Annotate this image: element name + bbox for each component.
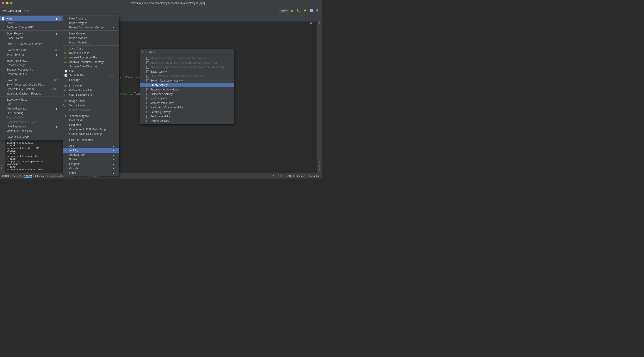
maximize-button[interactable] [10,2,12,4]
menu-project-structure[interactable]: Project Structure... ⌘; [0,48,62,52]
menu-sample-data-dir[interactable]: Sample Data Directory [63,64,119,69]
menu-export-html[interactable]: Export to HTML... [0,97,62,102]
menu-export-settings[interactable]: Export Settings... [0,63,62,67]
menu-android-auto[interactable]: Android Auto ▶ [63,153,119,157]
menu-kotlin-script[interactable]: Kotlin Script [63,118,119,123]
menu-line-separators[interactable]: Line Separators ▶ [0,124,62,129]
menu-editorconfig[interactable]: ⚙ .editorconfig file [63,114,119,118]
menu-export-zip-label: Export to Zip File... [6,72,30,76]
menu-cpp-source[interactable]: c+ C/C++ Source File [63,88,119,93]
label-scrolling: Scrolling Activity [150,110,170,114]
favorites-icon[interactable]: 2: Favorites [0,165,4,169]
gradle-panel-tab[interactable]: Gradle [319,20,320,24]
menu-image-asset[interactable]: 🖼 Image Asset [63,99,119,103]
minimize-button[interactable] [6,2,8,4]
menu-settings-activity[interactable]: Settings Activity [140,114,234,119]
menu-sync-fs[interactable]: Sync with File System ⌥⌘Y [0,87,62,91]
debug-button[interactable]: 🐛 [296,8,302,13]
close-button[interactable] [2,2,4,4]
event-log[interactable]: Event Log [309,175,320,177]
menu-google[interactable]: Google ▶ [63,166,119,171]
menu-gradle-kotlin-build[interactable]: Gradle Kotlin DSL Build Script [63,127,119,132]
menu-module-info: module-info.java [63,108,119,112]
menu-power-save[interactable]: Power Save Mode [0,135,62,139]
menu-gradle-kotlin-settings[interactable]: Gradle Kotlin DSL Settings [63,132,119,136]
menu-bottom-nav[interactable]: Bottom Navigation Activity [140,78,234,83]
menu-folder[interactable]: Folder ▶ [63,157,119,162]
label-import-module: Import Module... [69,36,90,40]
menu-add-favorites[interactable]: Add to Favorites ▶ [0,106,62,111]
menu-open[interactable]: Open... [0,21,62,25]
menu-project-vcs[interactable]: Project from Version Control ▶ [63,25,119,30]
menu-fullscreen[interactable]: Fullscreen Activity [140,92,234,96]
run-button[interactable]: ▶ [290,8,294,13]
menu-tabbed[interactable]: Tabbed Activity [140,119,234,123]
menu-open-recent[interactable]: Open Recent ▶ [0,31,62,36]
menu-settings-repo[interactable]: Settings Repository... [0,67,62,72]
shortcut-scratch: ⇧⌘N [102,74,114,77]
menu-cpp-class[interactable]: C+ C++ Class [63,84,119,88]
label-aidl: AIDL [69,144,76,148]
menu-new[interactable]: 📄 New ▶ [0,16,62,21]
menu-file-encoding[interactable]: File Encoding [0,111,62,115]
menu-empty-activity[interactable]: Empty Activity [140,83,234,87]
menu-other-settings[interactable]: Other Settings ▶ [0,52,62,57]
menu-new-project[interactable]: New Project... [63,16,119,21]
logcat-tab[interactable]: 6: Logcat [34,175,44,177]
menu-cpp-header[interactable]: c+ C/C++ Header File [63,93,119,97]
editorconfig-icon: ⚙ [64,115,66,118]
menu-profile-debug[interactable]: Profile or Debug APK... [0,25,62,30]
scratch-icon: 📝 [64,74,68,77]
menu-other[interactable]: Other ▶ [63,171,119,175]
menu-invalidate-caches[interactable]: Invalidate Caches / Restart... [0,91,62,96]
label-android-things-peripheral: Android Things Peripheral Activity (Requ… [150,66,224,69]
menu-basic-activity[interactable]: Basic Activity [140,69,234,74]
menu-scratch-file[interactable]: 📝 Scratch File ⇧⌘N [63,73,119,78]
menu-sync-gradle[interactable]: Sync Project with Gradle Files [0,82,62,87]
menu-nav-drawer[interactable]: Navigation Drawer Activity [140,105,234,110]
menu-import-sample[interactable]: Import Sample... [63,40,119,45]
menu-print-label: Print... [6,103,14,106]
menu-import-project[interactable]: Import Project... [63,21,119,25]
menu-link-cpp[interactable]: Link C++ Project with Gradle [0,42,62,46]
menu-login[interactable]: Login Activity [140,96,234,101]
menu-scrolling[interactable]: Scrolling Activity [140,110,234,114]
menu-activity[interactable]: ⊕ Activity ▶ [63,148,119,153]
menu-android-resource-dir[interactable]: A Android Resource Directory [63,60,119,64]
menu-singleton[interactable]: Singleton [63,123,119,127]
menu-new-module[interactable]: New Module... [63,31,119,36]
menu-android-resource-file[interactable]: A Android Resource File [63,55,119,60]
menu-package[interactable]: Package [63,78,119,82]
menu-close-project[interactable]: Close Project [0,36,62,40]
menu-edit-file-templates[interactable]: Edit File Templates... [63,138,119,142]
sync-button[interactable]: 🔄 [309,9,314,12]
profile-button[interactable]: ⚡ [303,9,308,12]
menu-java-class[interactable]: J Java Class [63,46,119,51]
label-blank-wear: Blank Wear Activity (Requires minSdk >= … [150,75,206,78]
menu-import-settings[interactable]: Import Settings... [0,58,62,63]
terminal-tab[interactable]: Terminal [12,175,21,177]
menu-make-readonly[interactable]: Make File Read-only [0,129,62,133]
menu-master-detail[interactable]: Master/Detail Flow [140,101,234,105]
menu-save-all[interactable]: Save All ⌘S [0,78,62,82]
menu-fragment-viewmodel[interactable]: Fragment + ViewModel [140,87,234,92]
menu-kotlin-class[interactable]: K Kotlin File/Class [63,51,119,55]
menu-gallery[interactable]: ⊕ Gallery... [140,50,234,54]
menu-file[interactable]: 📄 File [63,69,119,73]
menu-fragment[interactable]: Fragment ▶ [63,162,119,166]
menu-import-module[interactable]: Import Module... [63,36,119,40]
build-tab[interactable]: ✓ Build [24,174,32,178]
menu-export-zip[interactable]: Export to Zip File... [0,72,62,76]
window-title: src/main/java/com/example/myapplication/… [15,1,320,5]
menu-vector-asset[interactable]: ⃝ Vector Asset [63,103,119,108]
todo-tab[interactable]: TODO [2,175,9,177]
label-package: Package [69,78,80,81]
run-config-dropdown[interactable]: app ▾ [279,9,288,12]
menu-print[interactable]: Print... [0,102,62,106]
menu-aidl[interactable]: AIDL ▶ [63,144,119,148]
arrow-aidl: ▶ [110,145,114,147]
label-editorconfig: .editorconfig file [69,114,89,118]
label-basic-activity: Basic Activity [150,70,167,73]
device-file-explorer-tab[interactable]: Device File Explorer [319,160,320,174]
search-icon[interactable]: 🔍 [315,9,320,12]
